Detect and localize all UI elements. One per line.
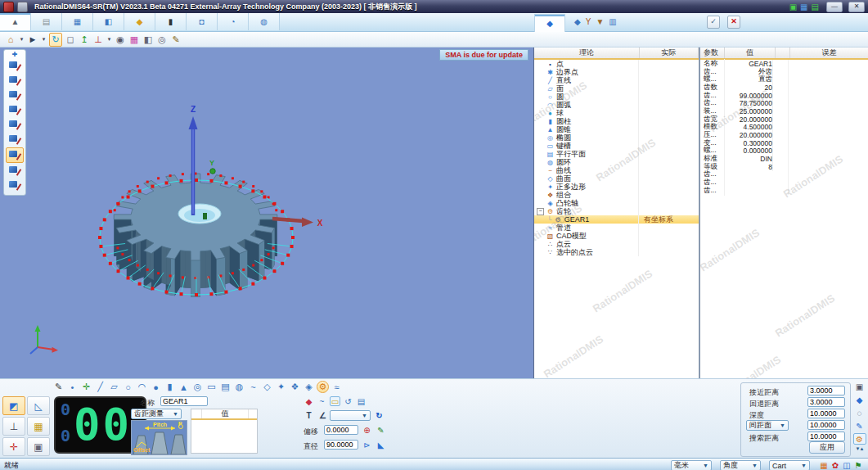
gear-feature-icon[interactable]: ⚙ xyxy=(317,381,329,393)
param-row[interactable]: 螺...0.000000 xyxy=(700,147,868,156)
marquee-button[interactable]: ◻ xyxy=(65,34,76,46)
sphere-feature-icon[interactable]: ● xyxy=(150,381,162,393)
palette-button[interactable]: ▦ xyxy=(128,34,140,46)
axis-feature-icon[interactable]: ✛ xyxy=(80,381,92,393)
cone-feature-icon[interactable]: ▲ xyxy=(178,381,190,393)
value-col-header[interactable]: 值 xyxy=(202,409,249,418)
tool-rack-button[interactable]: ▦ xyxy=(27,417,50,436)
caliper-button[interactable]: ◺ xyxy=(27,396,50,415)
间距面-dropdown[interactable]: 间距面▼ xyxy=(746,420,789,431)
ellipse-feature-icon[interactable]: ◎ xyxy=(191,381,204,393)
evaluate-icon[interactable]: ⊳ xyxy=(362,440,372,450)
name-input[interactable] xyxy=(160,396,208,406)
probe-config-button[interactable] xyxy=(7,133,23,147)
card-view-icon[interactable]: ▤ xyxy=(356,396,367,406)
diameter-input[interactable] xyxy=(324,440,358,450)
csys-button[interactable]: ✛ xyxy=(2,437,25,456)
apply-check-icon[interactable]: ✓ xyxy=(707,16,720,29)
viewport-3d[interactable]: ZXY SMA is due for update ✚ xyxy=(0,47,534,378)
view-button[interactable]: ◉ xyxy=(115,34,126,46)
tab-table[interactable]: ▦ xyxy=(62,13,93,30)
tool-status-icon[interactable]: ◫ xyxy=(841,460,852,470)
gear-3d-model[interactable]: ZXY xyxy=(0,47,533,378)
curve-feature-icon[interactable]: ~ xyxy=(247,381,259,393)
pipe-feature-icon[interactable]: ≈ xyxy=(331,381,343,393)
model-icon[interactable]: ◆ xyxy=(574,16,581,28)
measure-row-input[interactable] xyxy=(807,397,845,407)
cylinder-feature-icon[interactable]: ▮ xyxy=(164,381,176,393)
tab-home[interactable]: ▲ xyxy=(0,13,31,30)
offset-input[interactable] xyxy=(324,425,358,435)
home-button[interactable]: ⌂ xyxy=(5,34,16,46)
params-header-error[interactable]: 误差 xyxy=(790,47,868,58)
param-row[interactable]: 等级8 xyxy=(700,163,868,171)
record-button[interactable]: ◎ xyxy=(156,34,168,46)
probe-cube-button[interactable]: ◩ xyxy=(2,396,25,415)
tab-shield[interactable]: ◘ xyxy=(187,13,218,30)
probe-angle-button[interactable]: ∠ xyxy=(317,410,328,420)
param-row[interactable]: 齿... xyxy=(700,187,868,195)
param-row[interactable]: 变...0.300000 xyxy=(700,139,868,147)
params-header-value[interactable]: 值 xyxy=(725,47,776,58)
home-caret[interactable]: ▾ xyxy=(19,34,25,46)
link-status-icon[interactable]: ⚑ xyxy=(852,460,864,470)
brush-button[interactable]: ✎ xyxy=(170,34,182,46)
measure-row-input[interactable] xyxy=(807,432,845,441)
layout-icon[interactable]: ▦ xyxy=(800,2,807,11)
grid-status-icon[interactable]: ▦ xyxy=(818,460,830,470)
combine-feature-icon[interactable]: ❖ xyxy=(289,381,301,393)
remote-icon[interactable]: ▣ xyxy=(789,2,797,11)
measure-row-input[interactable] xyxy=(807,409,845,418)
probe-head-button[interactable]: ⊥ xyxy=(2,417,25,436)
param-row[interactable]: 齿数20 xyxy=(700,84,868,92)
tab-ink[interactable]: ▮ xyxy=(155,13,187,30)
tab-model-tree[interactable]: ◆ xyxy=(534,14,565,32)
stylus-feature-icon[interactable]: ✎ xyxy=(52,381,65,393)
collapse-arrows-icon[interactable]: ▼▲ xyxy=(856,446,864,451)
close-panel-icon[interactable]: ✕ xyxy=(727,16,740,29)
param-row[interactable]: 标准DIN xyxy=(700,155,868,163)
probe-config-button[interactable] xyxy=(7,74,23,88)
machine-panel-icon[interactable]: ▣ xyxy=(853,381,866,392)
add-point-icon[interactable]: ⊕ xyxy=(362,425,372,435)
alarm-status-icon[interactable]: ✿ xyxy=(830,460,841,470)
coordinate-dropdown[interactable]: Cart ▼ xyxy=(769,460,810,470)
tab-device[interactable]: ◧ xyxy=(93,13,124,30)
angle-dropdown[interactable]: 角度 ▼ xyxy=(720,460,761,470)
rotate-probe-button[interactable]: ↻ xyxy=(374,410,385,421)
snapshot-button[interactable]: ◧ xyxy=(142,34,154,46)
basket-icon[interactable]: ▼ xyxy=(596,16,604,28)
machine-button[interactable]: ▣ xyxy=(27,437,50,456)
probe-config-button[interactable] xyxy=(7,88,23,102)
parallel-planes-feature-icon[interactable]: ▤ xyxy=(219,381,232,393)
measure-row-input[interactable] xyxy=(807,386,845,395)
param-row[interactable]: 齿... xyxy=(700,179,868,187)
tab-document[interactable]: ▤ xyxy=(31,13,62,30)
tab-clock[interactable]: ◔ xyxy=(218,13,249,30)
probe-vertical-button[interactable]: T xyxy=(304,410,314,420)
probe-config-button[interactable] xyxy=(6,147,24,163)
folder-view-icon[interactable]: ▭ xyxy=(330,396,340,406)
param-row[interactable]: 模数4.500000 xyxy=(700,124,868,132)
edit-icon[interactable]: ✎ xyxy=(376,425,386,435)
param-row[interactable]: 齿... xyxy=(700,171,868,179)
probe-config-button[interactable] xyxy=(7,103,23,117)
measure-mode-dropdown[interactable]: 齿距测量 ▼ xyxy=(131,409,182,419)
tree-header-theory[interactable]: 理论 xyxy=(534,47,640,58)
minimize-button[interactable]: — xyxy=(826,2,843,12)
param-row[interactable]: 齿宽20.000000 xyxy=(700,115,868,124)
slot-feature-icon[interactable]: ▭ xyxy=(205,381,218,393)
monitor-icon[interactable]: ▥ xyxy=(609,16,616,28)
tab-network[interactable]: ◍ xyxy=(249,13,280,30)
probe-angle-combobox[interactable]: ▼ xyxy=(330,410,371,421)
export-button[interactable]: ↥ xyxy=(79,34,90,46)
probe-config-button[interactable] xyxy=(7,179,23,192)
param-row[interactable]: 压...20.000000 xyxy=(700,131,868,139)
probe-panel-icon[interactable]: ◆ xyxy=(853,394,866,405)
surface-feature-icon[interactable]: ◇ xyxy=(261,381,273,393)
param-row[interactable]: 齿...99.000000 xyxy=(700,92,868,100)
tree-header-actual[interactable]: 实际 xyxy=(640,47,699,58)
rotate-view-icon[interactable]: ↺ xyxy=(343,396,353,406)
close-button[interactable]: ✕ xyxy=(848,2,865,12)
axes-button[interactable]: ⊥ xyxy=(92,34,104,46)
